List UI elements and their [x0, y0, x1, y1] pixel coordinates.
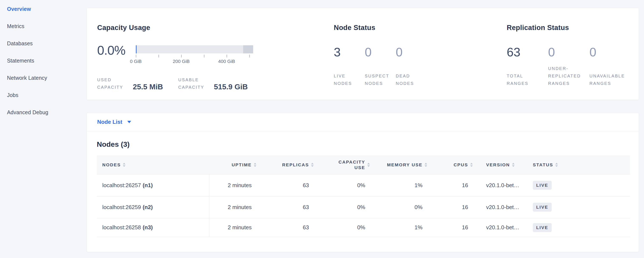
table-row-n1: localhost:26257 (n1) 2 minutes 63 0% 1% … — [97, 174, 630, 196]
app-root: Overview Metrics Databases Statements Ne… — [0, 0, 644, 258]
dead-nodes-value: 0 — [396, 45, 427, 59]
status-badge: LIVE — [533, 203, 552, 212]
table-row-n3: localhost:26258 (n3) 2 minutes 63 0% 1% … — [97, 218, 630, 237]
unavailable-ranges-value: 0 — [590, 45, 631, 59]
table-row-n2: localhost:26259 (n2) 2 minutes 63 0% 0% … — [97, 196, 630, 218]
capacity-usage-title: Capacity Usage — [97, 24, 334, 32]
status-badge: LIVE — [533, 223, 552, 232]
status-cell: LIVE — [524, 218, 630, 237]
axis-label-0: 0 GiB — [130, 59, 142, 64]
column-header-status[interactable]: STATUS — [524, 162, 630, 168]
capacity-axis-ticks — [136, 55, 253, 57]
column-header-nodes[interactable]: NODES — [97, 162, 209, 168]
uptime-cell: 2 minutes — [209, 218, 258, 237]
under-replicated-ranges-label: UNDER-REPLICATED RANGES — [548, 65, 585, 87]
node-status-title: Node Status — [334, 24, 507, 32]
node-address-cell[interactable]: localhost:26257 (n1) — [97, 174, 209, 196]
sidebar-item-statements[interactable]: Statements — [7, 58, 86, 64]
node-id: (n1) — [142, 182, 153, 189]
nodes-table-header: NODES UPTIME REPLICAS CAPACITY USE — [97, 155, 630, 174]
memory-use-cell: 1% — [372, 174, 429, 196]
capacity-use-cell: 0% — [315, 196, 372, 218]
under-replicated-ranges-stat: 0 UNDER-REPLICATED RANGES — [548, 45, 590, 87]
live-nodes-stat: 3 LIVE NODES — [334, 45, 365, 87]
suspect-nodes-stat: 0 SUSPECT NODES — [365, 45, 396, 87]
total-ranges-stat: 63 TOTAL RANGES — [507, 45, 548, 87]
column-header-cpus[interactable]: CPUS — [429, 162, 474, 168]
caret-down-icon — [127, 121, 131, 123]
sidebar-item-metrics[interactable]: Metrics — [7, 23, 86, 29]
sort-icon — [254, 163, 256, 167]
nodes-card: Node List Nodes (3) NODES UPTIME — [86, 113, 639, 252]
uptime-cell: 2 minutes — [209, 174, 258, 196]
capacity-bar-used-segment — [136, 45, 137, 53]
main-content: Capacity Usage 0.0% — [86, 0, 644, 258]
capacity-percent-value: 0.0% — [97, 44, 136, 57]
column-header-capacity-use[interactable]: CAPACITY USE — [315, 159, 372, 170]
used-capacity-stat: USED CAPACITY 25.5 MiB — [97, 76, 163, 91]
column-header-replicas[interactable]: REPLICAS — [258, 162, 315, 168]
capacity-stats: USED CAPACITY 25.5 MiB USABLE CAPACITY 5… — [97, 76, 334, 91]
node-list-dropdown-label: Node List — [97, 119, 122, 125]
sort-icon — [123, 163, 126, 167]
node-status-stats: 3 LIVE NODES 0 SUSPECT NODES 0 DEAD NODE… — [334, 45, 507, 87]
node-address-cell[interactable]: localhost:26259 (n2) — [97, 196, 209, 218]
sort-icon — [470, 163, 473, 167]
sort-icon — [555, 163, 558, 167]
cpus-cell: 16 — [429, 174, 474, 196]
dead-nodes-stat: 0 DEAD NODES — [396, 45, 427, 87]
version-cell: v20.1.0-bet… — [474, 218, 524, 237]
cpus-cell: 16 — [429, 218, 474, 237]
node-address-cell[interactable]: localhost:26258 (n3) — [97, 218, 209, 237]
capacity-axis-labels: 0 GiB 200 GiB 400 GiB — [136, 59, 253, 65]
capacity-bar-chart: 0 GiB 200 GiB 400 GiB — [136, 44, 253, 65]
unavailable-ranges-stat: 0 UNAVAILABLE RANGES — [590, 45, 631, 87]
under-replicated-ranges-value: 0 — [548, 45, 590, 59]
sidebar-item-overview[interactable]: Overview — [7, 6, 86, 12]
total-ranges-value: 63 — [507, 45, 548, 59]
cpus-cell: 16 — [429, 196, 474, 218]
capacity-usage-section: Capacity Usage 0.0% — [97, 24, 334, 100]
sidebar-item-network-latency[interactable]: Network Latency — [7, 75, 86, 81]
replication-status-section: Replication Status 63 TOTAL RANGES 0 UND… — [507, 24, 639, 100]
node-id: (n3) — [142, 224, 153, 231]
nodes-table-section: Nodes (3) NODES UPTIME REPLICAS — [87, 131, 639, 237]
sidebar-item-databases[interactable]: Databases — [7, 40, 86, 47]
replication-stats: 63 TOTAL RANGES 0 UNDER-REPLICATED RANGE… — [507, 45, 639, 87]
uptime-cell: 2 minutes — [209, 196, 258, 218]
replication-status-title: Replication Status — [507, 24, 639, 32]
status-cell: LIVE — [524, 174, 630, 196]
live-nodes-label: LIVE NODES — [334, 65, 360, 87]
capacity-use-cell: 0% — [315, 218, 372, 237]
sidebar-item-jobs[interactable]: Jobs — [7, 92, 86, 98]
dead-nodes-label: DEAD NODES — [396, 65, 422, 87]
sort-icon — [367, 163, 370, 167]
capacity-bar-other-segment — [243, 45, 253, 53]
column-header-memory-use[interactable]: MEMORY USE — [372, 162, 429, 168]
axis-label-400: 400 GiB — [218, 59, 235, 64]
column-header-version[interactable]: VERSION — [474, 162, 524, 168]
node-list-dropdown[interactable]: Node List — [87, 113, 639, 131]
memory-use-cell: 0% — [372, 196, 429, 218]
capacity-use-cell: 0% — [315, 174, 372, 196]
capacity-bar — [136, 45, 253, 53]
capacity-gauge: 0.0% — [97, 44, 334, 65]
used-capacity-label: USED CAPACITY — [97, 76, 130, 91]
column-header-uptime[interactable]: UPTIME — [209, 162, 258, 168]
sort-icon — [512, 163, 514, 167]
sort-icon — [424, 163, 427, 167]
node-status-section: Node Status 3 LIVE NODES 0 SUSPECT NODES… — [334, 24, 507, 100]
used-capacity-value: 25.5 MiB — [133, 82, 163, 91]
cluster-summary-card: Capacity Usage 0.0% — [86, 8, 639, 100]
sidebar: Overview Metrics Databases Statements Ne… — [0, 0, 86, 258]
sidebar-item-advanced-debug[interactable]: Advanced Debug — [7, 109, 86, 115]
version-cell: v20.1.0-bet… — [474, 174, 524, 196]
replicas-cell: 63 — [258, 174, 315, 196]
usable-capacity-value: 515.9 GiB — [214, 82, 248, 91]
unavailable-ranges-label: UNAVAILABLE RANGES — [590, 65, 626, 87]
usable-capacity-stat: USABLE CAPACITY 515.9 GiB — [178, 76, 248, 91]
total-ranges-label: TOTAL RANGES — [507, 65, 544, 87]
status-badge: LIVE — [533, 181, 552, 190]
live-nodes-value: 3 — [334, 45, 365, 59]
replicas-cell: 63 — [258, 218, 315, 237]
